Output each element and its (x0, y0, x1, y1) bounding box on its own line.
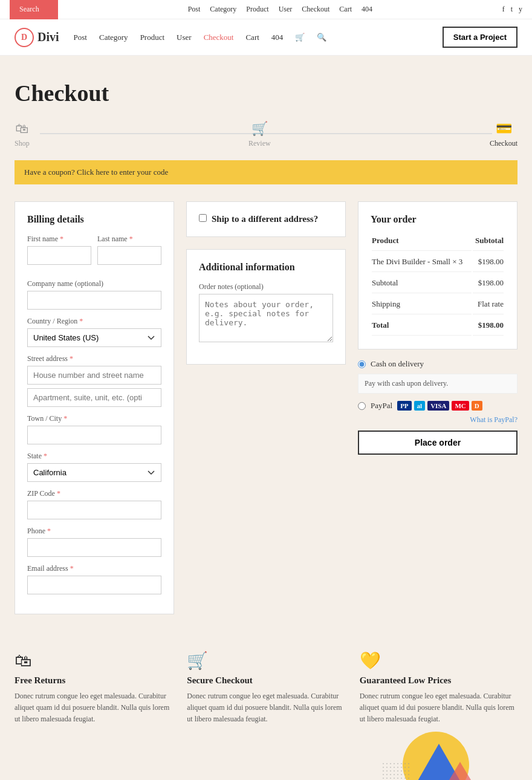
nav-post[interactable]: Post (74, 33, 87, 42)
progress-steps: 🛍 Shop 🛒 Review 💳 Checkout (15, 121, 517, 148)
search-icon[interactable]: 🔍 (317, 33, 326, 42)
deco-dots (381, 762, 412, 780)
topnav-post[interactable]: Post (188, 5, 201, 14)
order-item-row: The Divi Builder - Small × 3 $198.00 (372, 252, 504, 272)
additional-info-section: Additional information Order notes (opti… (186, 249, 346, 365)
payment-section: Cash on delivery Pay with cash upon deli… (358, 359, 517, 455)
last-name-group: Last name * (97, 235, 161, 265)
feature-checkout: 🛒 Secure Checkout Donec rutrum congue le… (187, 651, 345, 726)
company-group: Company name (optional) (27, 279, 161, 310)
nav-checkout[interactable]: Checkout (204, 33, 234, 42)
secure-checkout-icon: 🛒 (187, 651, 345, 671)
shop-icon: 🛍 (15, 121, 28, 137)
order-notes-label: Order notes (optional) (199, 282, 333, 291)
first-name-input[interactable] (27, 246, 91, 265)
nav-404[interactable]: 404 (271, 33, 284, 42)
ship-different-checkbox[interactable] (199, 214, 207, 222)
checkout-grid: Billing details First name * Last name *… (15, 201, 517, 614)
ship-section: Ship to a different address? (186, 201, 346, 237)
topnav-404[interactable]: 404 (362, 5, 372, 14)
header-right: Start a Project (443, 27, 517, 48)
logo[interactable]: D Divi (15, 28, 59, 47)
mastercard-icon: MC (452, 401, 469, 411)
phone-group: Phone * (27, 527, 161, 557)
page-title: Checkout (15, 80, 517, 106)
state-select[interactable]: California (27, 463, 161, 482)
guaranteed-prices-title: Guaranteed Low Prices (360, 675, 517, 686)
apt-input[interactable] (27, 388, 161, 407)
item-price: $198.00 (473, 252, 504, 272)
nav-category[interactable]: Category (99, 33, 128, 42)
topnav-cart[interactable]: Cart (339, 5, 352, 14)
billing-title: Billing details (27, 214, 161, 225)
company-input[interactable] (27, 291, 161, 310)
paypal-radio[interactable] (358, 402, 366, 410)
deco-triangle-red (442, 762, 478, 780)
shipping-row: Shipping Flat rate (372, 294, 504, 314)
phone-input[interactable] (27, 538, 161, 557)
topnav-category[interactable]: Category (210, 5, 236, 14)
first-name-group: First name * (27, 235, 91, 265)
first-name-label: First name * (27, 235, 91, 244)
topnav-user[interactable]: User (279, 5, 293, 14)
item-name: The Divi Builder - Small × 3 (372, 252, 472, 272)
subtotal-label: Subtotal (372, 273, 472, 293)
paypal-pp-icon: PP (397, 401, 411, 411)
country-group: Country / Region * United States (US) (27, 317, 161, 347)
discover-icon: D (472, 401, 482, 411)
search-label[interactable]: Search (10, 0, 58, 19)
state-group: State * California (27, 452, 161, 482)
facebook-icon[interactable]: f (502, 5, 505, 14)
product-header: Product (372, 236, 472, 251)
paypal-link[interactable]: What is PayPal? (358, 415, 517, 424)
feature-returns: 🛍 Free Returns Donec rutrum congue leo e… (15, 651, 172, 726)
secure-checkout-title: Secure Checkout (187, 675, 345, 686)
cash-note: Pay with cash upon delivery. (358, 374, 517, 394)
review-icon: 🛒 (251, 121, 268, 137)
place-order-button[interactable]: Place order (358, 431, 517, 455)
returns-text: Donec rutrum congue leo eget malesuada. … (15, 691, 172, 726)
page-content: Checkout 🛍 Shop 🛒 Review 💳 Checkout Have… (0, 56, 532, 780)
order-table: Product Subtotal The Divi Builder - Smal… (371, 235, 505, 337)
top-bar-social: f t y (502, 5, 522, 14)
street-input[interactable] (27, 366, 161, 385)
checkout-icon: 💳 (496, 121, 512, 137)
state-label: State * (27, 452, 161, 461)
cash-radio[interactable] (358, 360, 366, 368)
city-group: Town / City * (27, 414, 161, 444)
city-input[interactable] (27, 426, 161, 444)
logo-name: Divi (37, 30, 59, 44)
cart-icon[interactable]: 🛒 (295, 33, 305, 42)
cash-label: Cash on delivery (371, 359, 424, 369)
email-input[interactable] (27, 576, 161, 594)
topnav-product[interactable]: Product (246, 5, 268, 14)
nav-cart[interactable]: Cart (245, 33, 259, 42)
top-bar-nav: Post Category Product User Checkout Cart… (58, 5, 502, 14)
zip-input[interactable] (27, 501, 161, 519)
twitter-icon[interactable]: t (511, 5, 513, 14)
coupon-banner[interactable]: Have a coupon? Click here to enter your … (15, 160, 517, 184)
topnav-checkout[interactable]: Checkout (302, 5, 329, 14)
nav-product[interactable]: Product (140, 33, 164, 42)
guaranteed-prices-text: Donec rutrum congue leo eget malesuada. … (360, 691, 517, 726)
feature-prices: 💛 Guaranteed Low Prices Donec rutrum con… (360, 651, 517, 726)
additional-info-title: Additional information (199, 262, 333, 273)
billing-section: Billing details First name * Last name *… (15, 201, 174, 614)
ship-different-label[interactable]: Ship to a different address? (199, 214, 333, 224)
step-review: 🛒 Review (248, 121, 271, 148)
company-label: Company name (optional) (27, 279, 161, 288)
order-section: Your order Product Subtotal The Divi Bui… (358, 201, 517, 349)
last-name-input[interactable] (97, 246, 161, 265)
order-notes-input[interactable] (199, 294, 333, 342)
country-label: Country / Region * (27, 317, 161, 326)
paypal-label: PayPal (371, 401, 392, 411)
start-project-button[interactable]: Start a Project (443, 27, 517, 48)
youtube-icon[interactable]: y (519, 5, 522, 14)
returns-icon: 🛍 (15, 651, 172, 671)
country-select[interactable]: United States (US) (27, 328, 161, 347)
step-checkout: 💳 Checkout (490, 121, 517, 148)
step-checkout-label: Checkout (490, 139, 517, 148)
nav-user[interactable]: User (177, 33, 192, 42)
order-title: Your order (371, 214, 505, 225)
features-section: 🛍 Free Returns Donec rutrum congue leo e… (15, 639, 517, 726)
